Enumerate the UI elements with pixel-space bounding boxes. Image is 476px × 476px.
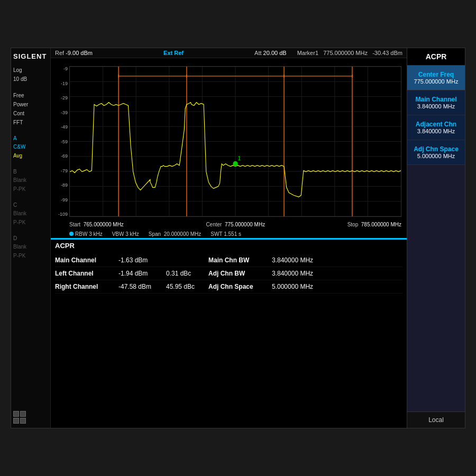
vbw-indicator: VBW 3 kHz xyxy=(112,231,139,237)
y-label-6: -69 xyxy=(61,153,68,159)
local-button[interactable]: Local xyxy=(407,411,465,428)
brand-logo: SIGLENT xyxy=(13,52,48,60)
ext-ref: Ext Ref xyxy=(103,50,244,56)
center-freq-btn[interactable]: Center Freq 775.000000 MHz xyxy=(407,66,465,90)
trace-a-indicator: A xyxy=(13,135,48,141)
marker-label: 1 xyxy=(238,154,241,161)
right-sidebar-title: ACPR xyxy=(407,48,465,66)
right-channel-val1: -47.58 dBm xyxy=(118,283,166,290)
y-label-5: -59 xyxy=(61,139,68,144)
att-label: Att 20.00 dB xyxy=(254,50,287,56)
trace-a-letter: A xyxy=(13,135,17,141)
y-label-0: -9 xyxy=(63,66,68,71)
adj-chn-bw-label: Adj Chn BW xyxy=(208,270,272,277)
cont-label[interactable]: Cont xyxy=(13,110,48,117)
y-axis: -9 -19 -29 -39 -49 -59 -69 -79 -89 -99 -… xyxy=(51,66,69,217)
left-panel: SIGLENT Log 10 dB Free Power Cont FFT A … xyxy=(11,48,51,428)
marker-dot xyxy=(233,161,237,167)
rbw-bar: RBW 3 kHz VBW 3 kHz Span 20.000000 MHz S… xyxy=(69,231,401,237)
acpr-left-channel-row: Left Channel -1.94 dBm 0.31 dBc Adj Chn … xyxy=(55,267,402,280)
main-chn-bw-val: 3.840000 MHz xyxy=(272,257,313,264)
y-label-4: -49 xyxy=(61,124,68,130)
marker-info: Marker1 775.000000 MHz -30.43 dBm xyxy=(297,50,402,56)
left-channel-val1: -1.94 dBm xyxy=(118,270,166,277)
adjacent-chn-btn-label: Adjacent Chn xyxy=(410,121,462,128)
main-channel-btn-label: Main Channel xyxy=(410,96,462,103)
right-channel-val2: 45.95 dBc xyxy=(166,283,208,290)
adj-chn-space-btn[interactable]: Adj Chn Space 5.000000 MHz xyxy=(407,140,465,165)
trace-a-type[interactable]: C&W xyxy=(13,143,48,150)
main-channel-btn[interactable]: Main Channel 3.840000 MHz xyxy=(407,90,465,115)
acpr-data-table: Main Channel -1.63 dBm Main Chn BW 3.840… xyxy=(51,252,407,428)
left-channel-val2: 0.31 dBc xyxy=(166,270,208,277)
y-label-3: -39 xyxy=(61,110,68,115)
trace-d-det[interactable]: P-PK xyxy=(13,252,48,259)
center-freq-label: Center 775.000000 MHz xyxy=(206,222,265,227)
adj-chn-space-label: Adj Chn Space xyxy=(208,283,272,290)
right-sidebar-spacer xyxy=(407,165,465,411)
y-label-7: -79 xyxy=(61,168,68,173)
trace-b-det[interactable]: P-PK xyxy=(13,186,48,193)
main-area: Ref -9.00 dBm Ext Ref Att 20.00 dB Marke… xyxy=(51,48,407,428)
main-chn-bw-label: Main Chn BW xyxy=(208,257,272,264)
top-bar: Ref -9.00 dBm Ext Ref Att 20.00 dB Marke… xyxy=(51,48,407,58)
y-label-10: -109 xyxy=(58,212,68,217)
main-channel-val1: -1.63 dBm xyxy=(118,257,166,264)
trace-d-indicator: D xyxy=(13,235,48,241)
adj-chn-bw-val: 3.840000 MHz xyxy=(272,270,313,277)
y-label-8: -89 xyxy=(61,182,68,188)
y-label-9: -99 xyxy=(61,197,68,203)
y-label-2: -29 xyxy=(61,95,68,100)
power-label[interactable]: Power xyxy=(13,101,48,108)
adjacent-chn-btn-val: 3.840000 MHz xyxy=(410,128,462,134)
ref-label: Ref -9.00 dBm xyxy=(55,50,93,56)
adj-chn-space-val: 5.000000 MHz xyxy=(272,283,313,290)
acpr-main-channel-row: Main Channel -1.63 dBm Main Chn BW 3.840… xyxy=(55,254,402,267)
acpr-mode-label: ACPR xyxy=(51,240,407,252)
chart-wrapper: -9 -19 -29 -39 -49 -59 -69 -79 -89 -99 -… xyxy=(51,58,407,238)
main-channel-label: Main Channel xyxy=(55,257,118,264)
trace-d-type[interactable]: Blank xyxy=(13,243,48,250)
span-indicator: Span 20.000000 MHz xyxy=(149,231,202,237)
log-value[interactable]: 10 dB xyxy=(13,76,48,83)
acpr-right-channel-row: Right Channel -47.58 dBm 45.95 dBc Adj C… xyxy=(55,280,402,294)
fft-label[interactable]: FFT xyxy=(13,119,48,126)
trace-c-type[interactable]: Blank xyxy=(13,210,48,217)
right-sidebar: ACPR Center Freq 775.000000 MHz Main Cha… xyxy=(407,48,465,428)
trace-b-indicator: B xyxy=(13,169,48,175)
start-freq: Start 765.000000 MHz xyxy=(69,222,124,227)
center-freq-btn-label: Center Freq xyxy=(410,71,462,78)
rbw-indicator: RBW 3 kHz xyxy=(69,231,103,237)
swt-indicator: SWT 1.551 s xyxy=(210,231,241,237)
stop-freq: Stop 785.000000 MHz xyxy=(347,222,401,227)
spectrum-svg: 1 xyxy=(70,67,401,216)
grid-icon[interactable] xyxy=(13,411,26,424)
freq-bottom-bar: Start 765.000000 MHz Center 775.000000 M… xyxy=(69,222,401,227)
left-channel-label: Left Channel xyxy=(55,270,118,277)
y-label-1: -19 xyxy=(61,81,68,86)
trace-a-det[interactable]: Avg xyxy=(13,152,48,159)
trace-b-type[interactable]: Blank xyxy=(13,177,48,184)
main-channel-btn-val: 3.840000 MHz xyxy=(410,103,462,109)
free-label[interactable]: Free xyxy=(13,92,48,99)
center-freq-btn-val: 775.000000 MHz xyxy=(410,78,462,85)
adjacent-chn-btn[interactable]: Adjacent Chn 3.840000 MHz xyxy=(407,115,465,140)
log-label[interactable]: Log xyxy=(13,67,48,74)
right-channel-label: Right Channel xyxy=(55,283,118,290)
rbw-dot xyxy=(69,232,74,236)
adj-chn-space-btn-label: Adj Chn Space xyxy=(410,145,462,153)
trace-c-indicator: C xyxy=(13,202,48,208)
chart-area: 1 xyxy=(69,66,401,217)
trace-c-det[interactable]: P-PK xyxy=(13,219,48,226)
adj-chn-space-btn-val: 5.000000 MHz xyxy=(410,153,462,159)
